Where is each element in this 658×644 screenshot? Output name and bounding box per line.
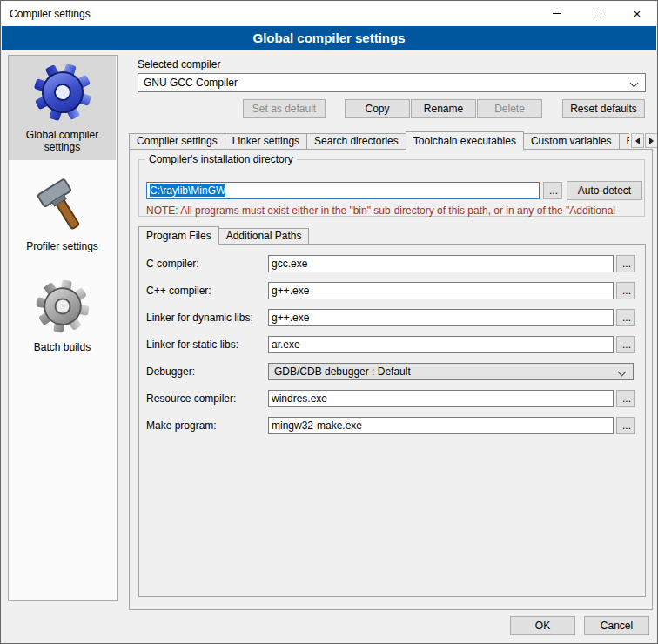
- c-compiler-input[interactable]: [268, 255, 614, 272]
- settings-sidebar: Global compiler settings Profiler settin…: [8, 55, 118, 601]
- reset-defaults-button[interactable]: Reset defaults: [562, 99, 645, 118]
- maximize-button[interactable]: [577, 1, 617, 26]
- tab-scroll-right-button[interactable]: [645, 133, 658, 148]
- installation-directory-input[interactable]: C:\raylib\MinGW: [146, 182, 540, 199]
- field-label: Debugger:: [146, 366, 195, 378]
- linker-static-input[interactable]: [268, 336, 614, 353]
- tab-custom-variables[interactable]: Custom variables: [523, 133, 620, 150]
- dialog-header: Global compiler settings: [2, 26, 656, 50]
- window-title: Compiler settings: [1, 8, 91, 20]
- field-label: Linker for dynamic libs:: [146, 312, 253, 324]
- field-label: Make program:: [146, 419, 217, 432]
- field-label: Linker for static libs:: [146, 339, 238, 351]
- linker-dynamic-browse-button[interactable]: ...: [616, 309, 635, 326]
- linker-static-browse-button[interactable]: ...: [616, 336, 635, 353]
- field-row-make-program: Make program: ...: [139, 417, 645, 436]
- toolchain-executables-pane: Compiler's installation directory C:\ray…: [129, 149, 653, 610]
- tab-search-directories[interactable]: Search directories: [306, 133, 406, 150]
- field-row-debugger: Debugger: GDB/CDB debugger : Default: [139, 363, 645, 382]
- cancel-button[interactable]: Cancel: [584, 616, 649, 635]
- tab-build-options[interactable]: Build options: [619, 133, 629, 150]
- tab-linker-settings[interactable]: Linker settings: [225, 133, 307, 150]
- minimize-icon: [553, 13, 561, 14]
- chevron-down-icon: [618, 368, 627, 377]
- ok-button[interactable]: OK: [510, 616, 575, 635]
- cpp-compiler-input[interactable]: [268, 282, 614, 299]
- blue-gear-icon: [30, 60, 95, 124]
- set-as-default-button[interactable]: Set as default: [243, 99, 326, 118]
- caption-buttons: ×: [537, 1, 657, 26]
- tab-toolchain-executables[interactable]: Toolchain executables: [406, 131, 524, 150]
- field-label: C compiler:: [146, 258, 199, 270]
- auto-detect-button[interactable]: Auto-detect: [567, 181, 642, 200]
- field-label: Resource compiler:: [146, 392, 236, 405]
- field-row-cpp-compiler: C++ compiler: ...: [139, 282, 645, 301]
- field-row-linker-static: Linker for static libs: ...: [139, 336, 645, 355]
- tab-scroll-left-button[interactable]: [631, 133, 644, 148]
- close-button[interactable]: ×: [617, 1, 657, 26]
- sidebar-item-label: Global compiler settings: [19, 129, 106, 153]
- installation-directory-browse-button[interactable]: ...: [543, 182, 562, 199]
- arrow-left-icon: [635, 138, 640, 144]
- debugger-value: GDB/CDB debugger : Default: [274, 366, 411, 378]
- tab-compiler-settings[interactable]: Compiler settings: [129, 133, 225, 150]
- selected-compiler-label: Selected compiler: [138, 58, 220, 70]
- subtab-program-files[interactable]: Program Files: [138, 226, 219, 245]
- close-icon: ×: [634, 7, 641, 20]
- program-files-pane: C compiler: ... C++ compiler: ... Linker…: [138, 244, 646, 597]
- settings-tabstrip: Compiler settings Linker settings Search…: [129, 131, 629, 150]
- copy-button[interactable]: Copy: [345, 99, 410, 118]
- note-text: NOTE: All programs must exist either in …: [146, 205, 642, 217]
- resource-compiler-input[interactable]: [268, 390, 614, 407]
- debugger-select[interactable]: GDB/CDB debugger : Default: [268, 363, 634, 380]
- field-label: C++ compiler:: [146, 285, 212, 297]
- sidebar-item-label: Profiler settings: [19, 240, 106, 252]
- arrow-right-icon: [649, 138, 654, 144]
- chevron-down-icon: [630, 79, 639, 88]
- compiler-settings-window: Compiler settings × Global compiler sett…: [0, 0, 658, 644]
- sidebar-item-profiler-settings[interactable]: Profiler settings: [9, 172, 116, 259]
- installation-directory-value: C:\raylib\MinGW: [150, 184, 225, 197]
- linker-dynamic-input[interactable]: [268, 309, 614, 326]
- sidebar-item-batch-builds[interactable]: Batch builds: [9, 272, 116, 360]
- titlebar: Compiler settings ×: [1, 1, 657, 26]
- selected-compiler-value: GNU GCC Compiler: [144, 77, 238, 89]
- tab-scroll-buttons: [630, 133, 658, 148]
- toolchain-subtabstrip: Program Files Additional Paths: [138, 226, 308, 245]
- cpp-compiler-browse-button[interactable]: ...: [616, 282, 635, 299]
- gray-gear-icon: [32, 276, 93, 337]
- resource-compiler-browse-button[interactable]: ...: [616, 390, 635, 407]
- field-row-resource-compiler: Resource compiler: ...: [139, 390, 645, 409]
- sidebar-item-global-compiler-settings[interactable]: Global compiler settings: [9, 56, 116, 160]
- make-program-browse-button[interactable]: ...: [616, 417, 635, 434]
- rename-button[interactable]: Rename: [411, 99, 476, 118]
- minimize-button[interactable]: [537, 1, 577, 26]
- subtab-additional-paths[interactable]: Additional Paths: [218, 228, 310, 245]
- field-row-c-compiler: C compiler: ...: [139, 255, 645, 274]
- hammer-icon: [34, 177, 91, 236]
- installation-directory-groupbox: Compiler's installation directory C:\ray…: [138, 159, 645, 217]
- make-program-input[interactable]: [268, 417, 614, 434]
- maximize-icon: [594, 10, 601, 17]
- c-compiler-browse-button[interactable]: ...: [616, 255, 635, 272]
- delete-button[interactable]: Delete: [477, 99, 542, 118]
- field-row-linker-dynamic: Linker for dynamic libs: ...: [139, 309, 645, 328]
- sidebar-item-label: Batch builds: [19, 341, 106, 353]
- selected-compiler-dropdown[interactable]: GNU GCC Compiler: [138, 73, 646, 92]
- installation-directory-group-title: Compiler's installation directory: [145, 153, 297, 165]
